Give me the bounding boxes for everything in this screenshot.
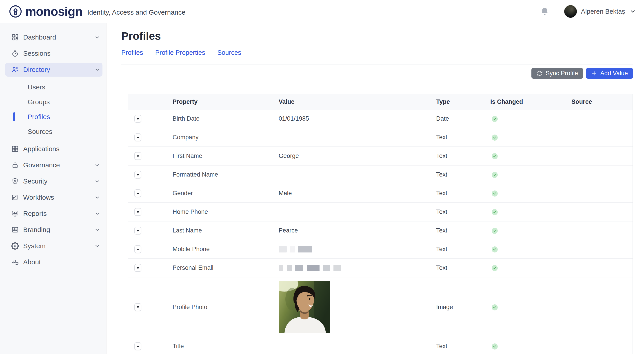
- sidebar-item-label: System: [23, 242, 94, 250]
- row-actions-cell: [128, 208, 172, 216]
- applications-icon: [11, 145, 19, 153]
- notification-bell-icon[interactable]: [540, 6, 550, 16]
- property-cell: First Name: [172, 152, 279, 159]
- workflows-icon: [11, 194, 19, 201]
- sessions-icon: [11, 50, 19, 57]
- sidebar-item-security[interactable]: Security: [5, 174, 102, 188]
- sidebar-item-branding[interactable]: Branding: [5, 223, 102, 237]
- row-actions-dropdown-button[interactable]: [134, 115, 141, 123]
- table-row-first-name: First Name George Text: [128, 147, 632, 166]
- tab-profile-properties[interactable]: Profile Properties: [155, 49, 205, 56]
- user-name[interactable]: Alperen Bektaş: [581, 8, 625, 15]
- type-cell: Text: [436, 343, 490, 350]
- is-changed-check-icon: [492, 228, 498, 234]
- user-menu-chevron-down-icon[interactable]: [630, 8, 636, 14]
- chevron-down-icon: [94, 34, 100, 40]
- property-cell: Title: [172, 343, 279, 350]
- row-actions-dropdown-button[interactable]: [134, 152, 141, 160]
- row-actions-cell: [128, 133, 172, 141]
- type-cell: Text: [436, 171, 490, 178]
- sidebar-item-dashboard[interactable]: Dashboard: [5, 30, 102, 44]
- tab-profiles[interactable]: Profiles: [121, 49, 143, 56]
- column-header-is-changed: Is Changed: [490, 98, 572, 105]
- sidebar-subitem-groups[interactable]: Groups: [0, 95, 106, 109]
- redacted-value-block: [290, 246, 295, 253]
- table-row-company: Company Text: [128, 128, 632, 147]
- sidebar-subitem-users[interactable]: Users: [0, 80, 106, 95]
- row-actions-dropdown-button[interactable]: [134, 227, 141, 235]
- security-icon: [11, 177, 19, 185]
- sidebar-subitem-sources[interactable]: Sources: [0, 124, 106, 139]
- redacted-value-block: [334, 265, 341, 271]
- row-actions-dropdown-button[interactable]: [134, 245, 141, 253]
- property-cell: Birth Date: [172, 115, 279, 122]
- table-row-title: Title Text: [128, 337, 632, 354]
- row-actions-cell: [128, 115, 172, 123]
- column-header-property: Property: [172, 98, 279, 105]
- row-actions-dropdown-button[interactable]: [134, 303, 141, 311]
- sync-profile-label: Sync Profile: [546, 70, 578, 77]
- sidebar-item-label: Reports: [23, 210, 94, 217]
- row-actions-dropdown-button[interactable]: [134, 189, 141, 197]
- sidebar-item-label: Security: [23, 177, 94, 185]
- table-row-mobile-phone: Mobile Phone Text: [128, 240, 632, 259]
- property-cell: Formatted Name: [172, 171, 279, 178]
- user-avatar[interactable]: [564, 5, 577, 18]
- value-cell: Male: [279, 190, 436, 197]
- sidebar-item-label: Dashboard: [23, 33, 94, 41]
- row-actions-dropdown-button[interactable]: [134, 264, 141, 272]
- sidebar-nav: Dashboard Sessions Directory Users Group…: [0, 23, 106, 354]
- brand-tagline: Identity, Access and Governance: [88, 8, 186, 16]
- chevron-down-icon: [94, 67, 100, 72]
- sidebar-item-governance[interactable]: Governance: [5, 158, 102, 172]
- is-changed-cell: [490, 304, 572, 311]
- caret-down-icon: [136, 230, 139, 232]
- sidebar-item-applications[interactable]: Applications: [5, 142, 102, 156]
- chevron-down-icon: [94, 162, 100, 168]
- add-value-button[interactable]: Add Value: [586, 68, 633, 79]
- sidebar-subitem-profiles[interactable]: Profiles: [0, 109, 106, 124]
- caret-down-icon: [136, 346, 139, 348]
- about-icon: [11, 258, 19, 266]
- is-changed-check-icon: [492, 153, 498, 159]
- sidebar-item-workflows[interactable]: Workflows: [5, 190, 102, 204]
- monosign-keyhole-logo-icon: [9, 5, 22, 18]
- app-header: monosign Identity, Access and Governance…: [0, 0, 644, 23]
- row-actions-cell: [128, 189, 172, 197]
- is-changed-check-icon: [492, 172, 498, 178]
- row-actions-dropdown-button[interactable]: [134, 342, 141, 350]
- tab-sources[interactable]: Sources: [217, 49, 241, 56]
- sidebar-item-label: Branding: [23, 226, 94, 234]
- row-actions-dropdown-button[interactable]: [134, 133, 141, 141]
- sync-profile-button[interactable]: Sync Profile: [532, 68, 583, 79]
- table-row-profile-photo: Profile Photo Image: [128, 277, 632, 337]
- governance-icon: [11, 161, 19, 169]
- property-cell: Personal Email: [172, 264, 279, 271]
- table-row-personal-email: Personal Email Text: [128, 259, 632, 277]
- sidebar-subitem-label: Profiles: [28, 113, 50, 121]
- sidebar-item-directory[interactable]: Directory: [5, 63, 102, 77]
- sidebar-item-label: Directory: [23, 66, 94, 73]
- row-actions-dropdown-button[interactable]: [134, 208, 141, 216]
- is-changed-cell: [490, 227, 572, 234]
- column-header-type: Type: [436, 98, 490, 105]
- profile-photo-image: [279, 281, 330, 333]
- chevron-down-icon: [94, 243, 100, 249]
- caret-down-icon: [136, 118, 139, 120]
- caret-down-icon: [136, 193, 139, 195]
- profiles-table: PropertyValueTypeIs ChangedSource Birth …: [128, 94, 633, 354]
- caret-down-icon: [136, 211, 139, 213]
- type-cell: Date: [436, 115, 490, 122]
- property-cell: Company: [172, 134, 279, 141]
- type-cell: Text: [436, 134, 490, 141]
- sidebar-item-system[interactable]: System: [5, 239, 102, 253]
- chevron-down-icon: [94, 227, 100, 233]
- column-header-value: Value: [279, 98, 436, 105]
- row-actions-dropdown-button[interactable]: [134, 171, 141, 179]
- sidebar-item-about[interactable]: About: [5, 255, 102, 269]
- is-changed-cell: [490, 134, 572, 141]
- redacted-value-block: [295, 265, 303, 271]
- sidebar-item-sessions[interactable]: Sessions: [5, 46, 102, 60]
- sidebar-item-reports[interactable]: Reports: [5, 207, 102, 221]
- sidebar-sublist-directory: Users Groups Profiles Sources: [0, 80, 106, 139]
